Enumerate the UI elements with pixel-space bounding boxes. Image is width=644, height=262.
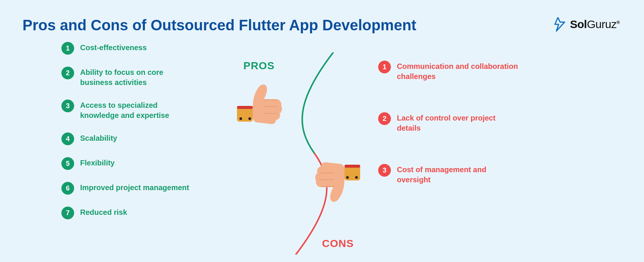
number-badge-icon: 2: [61, 67, 74, 79]
item-label: Lack of control over project details: [397, 112, 520, 133]
list-item: 5 Flexibility: [61, 156, 196, 170]
number-badge-icon: 6: [61, 182, 74, 195]
svg-rect-5: [344, 165, 360, 168]
number-badge-icon: 5: [61, 157, 74, 170]
number-badge-icon: 1: [61, 42, 74, 55]
pros-list: 1 Cost-effectiveness 2 Ability to focus …: [61, 41, 196, 231]
number-badge-icon: 2: [378, 112, 391, 125]
thumbs-down-icon: [311, 157, 363, 210]
page-title: Pros and Cons of Outsourced Flutter App …: [22, 17, 416, 34]
svg-point-6: [355, 176, 358, 179]
number-badge-icon: 3: [61, 100, 74, 112]
item-label: Cost-effectiveness: [80, 41, 147, 53]
number-badge-icon: 3: [378, 164, 391, 177]
svg-point-3: [249, 118, 251, 120]
list-item: 3 Cost of management and oversight: [378, 163, 520, 185]
item-label: Ability to focus on core business activi…: [80, 66, 196, 88]
list-item: 1 Communication and collaboration challe…: [378, 60, 520, 82]
list-item: 1 Cost-effectiveness: [61, 41, 196, 55]
cons-list: 1 Communication and collaboration challe…: [378, 60, 520, 215]
list-item: 7 Reduced risk: [61, 206, 196, 219]
item-label: Improved project management: [80, 181, 189, 193]
brand-name: SolGuruz®: [570, 18, 620, 31]
number-badge-icon: 7: [61, 207, 74, 219]
divider-curve-icon: [285, 52, 344, 255]
number-badge-icon: 4: [61, 132, 74, 145]
list-item: 3 Access to specialized knowledge and ex…: [61, 99, 196, 121]
brand-logo: SolGuruz®: [553, 17, 620, 32]
item-label: Access to specialized knowledge and expe…: [80, 99, 196, 121]
svg-rect-1: [237, 106, 253, 109]
cons-heading: CONS: [322, 238, 354, 250]
svg-point-2: [240, 118, 242, 120]
brand-icon: [553, 17, 568, 32]
pros-heading: PROS: [243, 60, 274, 72]
item-label: Flexibility: [80, 156, 115, 168]
list-item: 6 Improved project management: [61, 181, 196, 195]
list-item: 4 Scalability: [61, 132, 196, 145]
item-label: Reduced risk: [80, 206, 127, 217]
item-label: Cost of management and oversight: [397, 163, 520, 185]
item-label: Scalability: [80, 132, 117, 143]
svg-point-7: [346, 176, 349, 179]
item-label: Communication and collaboration challeng…: [397, 60, 520, 82]
number-badge-icon: 1: [378, 61, 391, 73]
list-item: 2 Ability to focus on core business acti…: [61, 66, 196, 88]
thumbs-up-icon: [234, 77, 286, 129]
list-item: 2 Lack of control over project details: [378, 112, 520, 133]
